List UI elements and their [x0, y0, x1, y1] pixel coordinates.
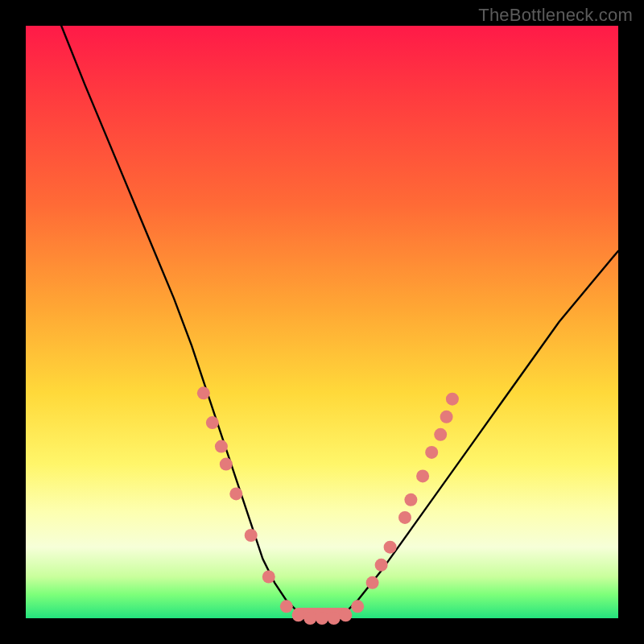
highlighted-points	[197, 386, 459, 625]
marker-dot	[197, 386, 210, 399]
marker-dot	[229, 487, 242, 500]
marker-dot	[446, 393, 459, 406]
marker-dot	[220, 458, 233, 471]
marker-dot	[206, 416, 219, 429]
marker-dot	[328, 612, 341, 625]
marker-dot	[416, 469, 429, 482]
plot-area	[26, 26, 618, 618]
chart-svg	[26, 26, 618, 618]
outer-black-frame: TheBottleneck.com	[0, 0, 644, 644]
marker-dot	[440, 411, 453, 423]
marker-dot	[245, 529, 258, 542]
marker-dot	[316, 612, 328, 625]
marker-dot	[262, 571, 275, 584]
marker-dot	[398, 511, 411, 524]
marker-dot	[384, 541, 397, 554]
marker-dot	[404, 493, 417, 506]
marker-dot	[303, 612, 316, 625]
marker-dot	[375, 559, 388, 572]
watermark-text: TheBottleneck.com	[478, 5, 633, 26]
marker-dot	[215, 440, 228, 453]
marker-dot	[351, 600, 364, 613]
marker-dot	[339, 609, 352, 621]
marker-dot	[366, 576, 379, 589]
marker-dot	[434, 428, 447, 441]
marker-dot	[292, 609, 305, 621]
bottleneck-curve	[61, 26, 618, 618]
marker-dot	[425, 446, 438, 459]
marker-dot	[280, 600, 293, 613]
